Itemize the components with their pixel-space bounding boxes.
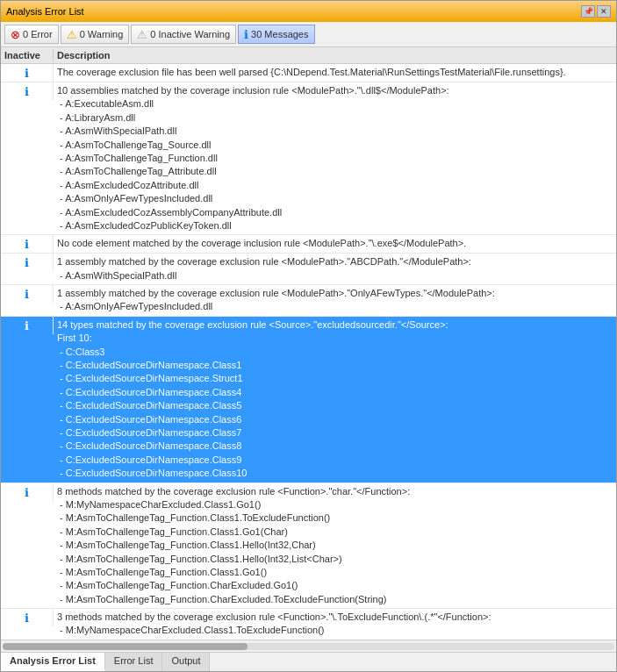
table-row[interactable]: ℹ 8 methods matched by the coverage excl… (1, 483, 616, 610)
info-icon: ℹ (25, 256, 29, 269)
table-row[interactable]: ℹ 10 assemblies matched by the coverage … (1, 82, 616, 235)
inactive-cell: ℹ (1, 64, 54, 82)
info-icon: ℹ (25, 67, 29, 80)
description-cell: The coverage exclusion file has been wel… (54, 64, 616, 81)
scrollbar-spacer (604, 49, 616, 61)
pin-button[interactable]: 📌 (581, 5, 595, 18)
inactive-warning-label: 0 Inactive Warning (150, 29, 230, 39)
description-cell: 3 methods matched by the coverage exclus… (54, 609, 616, 640)
tab-error-list[interactable]: Error List (105, 653, 163, 671)
inactive-column-header: Inactive (1, 49, 54, 61)
title-bar-controls: 📌 ✕ (581, 5, 611, 18)
main-window: Analysis Error List 📌 ✕ ⊗ 0 Error ⚠ 0 Wa… (0, 0, 617, 672)
inactive-cell: ℹ (1, 317, 54, 334)
inactive-warning-filter-button[interactable]: ⚠ 0 Inactive Warning (131, 25, 236, 44)
info-icon: ℹ (25, 486, 29, 499)
messages-label: 30 Messages (251, 29, 308, 39)
scrollbar-thumb[interactable] (3, 643, 248, 650)
description-cell: 8 methods matched by the coverage exclus… (54, 483, 616, 609)
content-area[interactable]: ℹ The coverage exclusion file has been w… (1, 64, 616, 640)
table-row[interactable]: ℹ 1 assembly matched by the coverage exc… (1, 285, 616, 317)
warning-filter-button[interactable]: ⚠ 0 Warning (61, 25, 130, 44)
tab-analysis-error-list[interactable]: Analysis Error List (1, 653, 105, 671)
table-row[interactable]: ℹ No code element matched by the coverag… (1, 235, 616, 254)
bottom-tabs: Analysis Error List Error List Output (1, 652, 616, 671)
inactive-warning-icon: ⚠ (137, 28, 147, 41)
table-row[interactable]: ℹ 3 methods matched by the coverage excl… (1, 609, 616, 640)
warning-icon: ⚠ (67, 28, 77, 41)
warning-label: 0 Warning (80, 29, 124, 39)
description-column-header: Description (54, 49, 604, 61)
description-cell: No code element matched by the coverage … (54, 235, 616, 252)
inactive-cell: ℹ (1, 254, 54, 271)
table-row[interactable]: ℹ The coverage exclusion file has been w… (1, 64, 616, 82)
title-bar: Analysis Error List 📌 ✕ (1, 1, 616, 22)
toolbar: ⊗ 0 Error ⚠ 0 Warning ⚠ 0 Inactive Warni… (1, 22, 616, 47)
info-icon: ℹ (25, 611, 29, 625)
info-icon: ℹ (25, 319, 29, 332)
inactive-cell: ℹ (1, 82, 54, 100)
inactive-cell: ℹ (1, 483, 54, 501)
close-button[interactable]: ✕ (597, 5, 611, 18)
table-header: Inactive Description (1, 47, 616, 64)
horizontal-scrollbar[interactable] (1, 640, 616, 652)
description-cell: 10 assemblies matched by the coverage in… (54, 82, 616, 234)
error-label: 0 Error (23, 29, 53, 39)
info-icon: ℹ (25, 85, 29, 98)
table-row[interactable]: ℹ 1 assembly matched by the coverage exc… (1, 254, 616, 285)
table-row[interactable]: ℹ 14 types matched by the coverage exclu… (1, 317, 616, 483)
description-cell: 14 types matched by the coverage exclusi… (54, 317, 616, 483)
info-icon: ℹ (25, 238, 29, 251)
inactive-cell: ℹ (1, 235, 54, 253)
tab-output[interactable]: Output (162, 653, 210, 671)
description-cell: 1 assembly matched by the coverage exclu… (54, 254, 616, 284)
window-title: Analysis Error List (6, 6, 84, 17)
messages-filter-button[interactable]: ℹ 30 Messages (238, 25, 314, 44)
description-cell: 1 assembly matched by the coverage exclu… (54, 285, 616, 316)
inactive-cell: ℹ (1, 285, 54, 303)
messages-icon: ℹ (244, 28, 248, 41)
error-icon: ⊗ (11, 28, 20, 41)
error-filter-button[interactable]: ⊗ 0 Error (4, 25, 59, 44)
title-bar-left: Analysis Error List (6, 6, 84, 17)
inactive-cell: ℹ (1, 609, 54, 626)
info-icon: ℹ (25, 288, 29, 301)
